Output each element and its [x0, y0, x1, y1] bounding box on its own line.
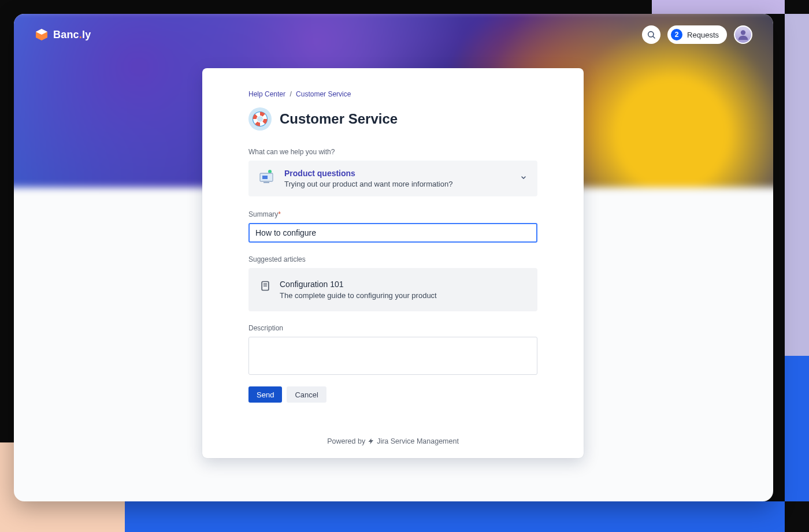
suggested-article-subtitle: The complete guide to configuring your p…	[280, 291, 437, 300]
search-button[interactable]	[642, 25, 660, 44]
request-type-subtitle: Trying out our product and want more inf…	[284, 180, 452, 188]
lifebuoy-icon	[248, 107, 272, 131]
decor-top-right	[652, 0, 785, 14]
brand-logo[interactable]: Banc.ly	[35, 28, 91, 42]
summary-input[interactable]	[248, 223, 537, 243]
avatar-icon	[737, 28, 749, 41]
request-type-text: Product questions Trying out our product…	[284, 169, 452, 188]
svg-rect-10	[264, 182, 269, 183]
suggested-article-title: Configuration 101	[280, 280, 437, 289]
breadcrumb: Help Center / Customer Service	[248, 90, 537, 98]
svg-rect-9	[262, 176, 268, 179]
request-type-title: Product questions	[284, 169, 452, 178]
summary-label: Summary*	[248, 210, 537, 218]
help-prompt-label: What can we help you with?	[248, 148, 537, 156]
description-textarea[interactable]	[248, 337, 537, 375]
svg-point-4	[741, 30, 745, 35]
breadcrumb-separator: /	[287, 90, 294, 98]
brand-text: Banc.ly	[53, 29, 91, 41]
request-card: Help Center / Customer Service Customer …	[202, 68, 584, 458]
breadcrumb-current-link[interactable]: Customer Service	[296, 90, 351, 98]
page-title-row: Customer Service	[248, 107, 537, 131]
header-actions: 2 Requests	[642, 25, 752, 44]
description-label: Description	[248, 324, 537, 332]
suggested-article-text: Configuration 101 The complete guide to …	[280, 280, 437, 300]
send-button[interactable]: Send	[248, 386, 282, 403]
svg-point-6	[257, 116, 263, 122]
bolt-icon	[368, 437, 374, 445]
form-actions: Send Cancel	[248, 386, 537, 403]
requests-button[interactable]: 2 Requests	[667, 25, 727, 44]
cancel-button[interactable]: Cancel	[287, 386, 326, 403]
chevron-down-icon	[520, 174, 527, 183]
app-window: Banc.ly 2 Requests Help Center /	[14, 14, 773, 501]
page-title: Customer Service	[280, 111, 398, 127]
suggested-article[interactable]: Configuration 101 The complete guide to …	[248, 268, 537, 311]
header-bar: Banc.ly 2 Requests	[14, 14, 773, 55]
footer-product: Jira Service Management	[377, 437, 459, 445]
svg-point-7	[268, 170, 272, 173]
requests-count-badge: 2	[671, 29, 682, 40]
breadcrumb-root-link[interactable]: Help Center	[248, 90, 285, 98]
search-icon	[647, 30, 656, 39]
article-icon	[259, 280, 272, 292]
profile-avatar[interactable]	[734, 25, 752, 44]
decor-right-blue	[785, 356, 809, 501]
footer-prefix: Powered by	[327, 437, 365, 445]
request-type-select[interactable]: Product questions Trying out our product…	[248, 161, 537, 196]
monitor-icon	[258, 169, 276, 187]
svg-line-3	[653, 36, 655, 38]
brand-mark-icon	[35, 28, 49, 42]
suggested-label: Suggested articles	[248, 255, 537, 263]
powered-by-footer: Powered by Jira Service Management	[248, 437, 537, 445]
decor-bottom-blue	[125, 501, 785, 532]
requests-label: Requests	[687, 31, 719, 39]
decor-right	[785, 14, 809, 356]
